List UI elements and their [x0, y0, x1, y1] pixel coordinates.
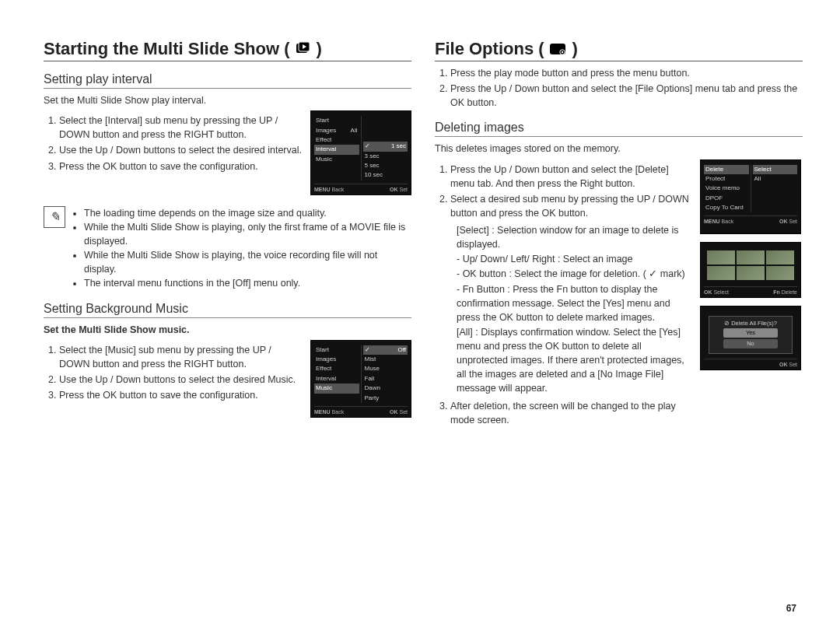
- left-column: Starting the Multi Slide Show ( ) Settin…: [44, 39, 411, 430]
- subhead-music: Setting Background Music: [44, 302, 411, 318]
- heading-slideshow: Starting the Multi Slide Show ( ): [44, 39, 411, 61]
- note-box: ✎ The loading time depends on the image …: [44, 206, 411, 291]
- steps-delete: Press the Up / Down button and select th…: [435, 163, 692, 221]
- screenshot-delete-menu: Delete Protect Voice memo DPOF Copy To C…: [700, 159, 801, 234]
- heading-fileoptions: File Options ( ): [435, 39, 803, 61]
- intro-music: Set the Multi Slide Show music.: [44, 323, 411, 337]
- screenshot-delete-confirm: ⊘ Delete All File(s)? Yes No OK Set: [700, 306, 801, 370]
- steps-interval: Select the [Interval] sub menu by pressi…: [44, 114, 303, 173]
- intro-interval: Set the Multi Slide Show play interval.: [44, 93, 411, 107]
- screenshot-interval: Start ImagesAll Effect Interval Music ✓ …: [310, 110, 411, 195]
- right-column: File Options ( ) Press the play mode but…: [435, 39, 803, 430]
- steps-music: Select the [Music] sub menu by pressing …: [44, 343, 303, 403]
- file-options-icon: [549, 42, 568, 56]
- slideshow-icon: [295, 42, 312, 56]
- svg-point-5: [561, 51, 562, 53]
- intro-delete: This deletes images stored on the memory…: [435, 142, 803, 156]
- screenshot-thumbnails: OK Select Fn Delete: [700, 242, 801, 298]
- subhead-delete: Deleting images: [435, 121, 803, 137]
- screenshot-music: Start Images Effect Interval Music ✓ Off…: [310, 340, 411, 418]
- note-icon: ✎: [44, 206, 65, 228]
- top-steps: Press the play mode button and press the…: [435, 66, 803, 110]
- subhead-interval: Setting play interval: [44, 72, 411, 89]
- page-number: 67: [786, 603, 796, 614]
